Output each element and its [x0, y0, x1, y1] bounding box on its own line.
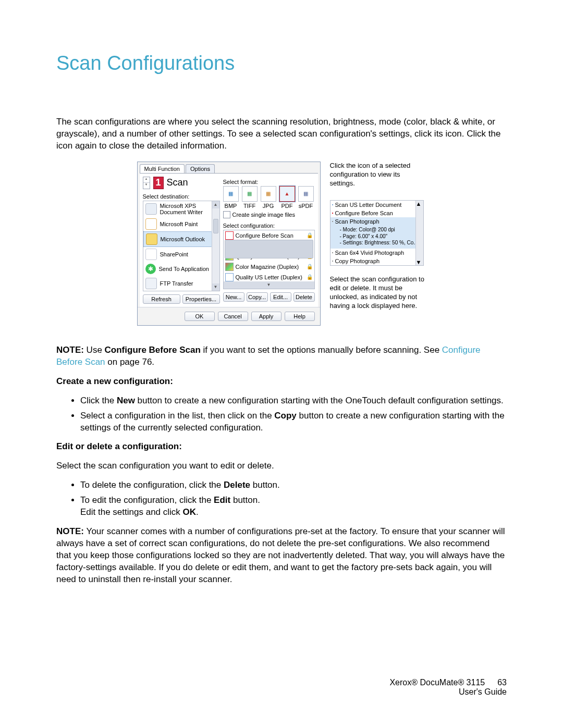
config-detail-screenshot: Scan US Letter Document🔒 Configure Befor… — [330, 200, 424, 266]
mini-item-selected[interactable]: Scan Photograph🔒 — [331, 217, 423, 226]
note-1: NOTE: Use Configure Before Scan if you w… — [56, 344, 507, 368]
mini-item[interactable]: Copy Photograph🔒 — [331, 257, 423, 265]
dest-paint[interactable]: Microsoft Paint — [143, 217, 219, 231]
page-footer: Xerox® DocuMate® 311563 User's Guide — [389, 678, 507, 697]
figure-captions: Click the icon of a selected configurati… — [330, 162, 426, 326]
page-title: Scan Configurations — [56, 52, 507, 75]
destination-list[interactable]: Microsoft XPS Document Writer Microsoft … — [143, 201, 220, 291]
cancel-button[interactable]: Cancel — [218, 312, 248, 321]
copy-button[interactable]: Copy... — [247, 292, 268, 302]
ok-button[interactable]: OK — [185, 312, 215, 321]
dest-ftp[interactable]: FTP Transfer — [143, 276, 219, 291]
format-pdf[interactable]: ▲PDF — [279, 186, 295, 209]
dest-send-app[interactable]: ✱Send To Application — [143, 262, 219, 276]
config-list[interactable]: Configure Before Scan🔒 Color Magazine🔒 Q… — [223, 230, 315, 289]
create-list: Click the New button to create a new con… — [56, 395, 507, 434]
scan-number-badge: 1 — [153, 177, 164, 189]
tab-options[interactable]: Options — [186, 164, 215, 173]
apply-button[interactable]: Apply — [251, 312, 282, 321]
format-jpg[interactable]: ▦JPG — [261, 186, 276, 209]
edit-lead: Select the scan configuration you want t… — [56, 460, 507, 472]
scan-number-spinner[interactable]: ▲▼ — [143, 177, 150, 189]
create-single-label: Create single image files — [232, 212, 295, 218]
format-tiff[interactable]: ▦TIFF — [242, 186, 258, 209]
figure-row: Multi Function Options ▲▼ 1 Scan Select … — [56, 162, 507, 326]
dest-xps[interactable]: Microsoft XPS Document Writer — [143, 201, 219, 217]
note-2: NOTE: Your scanner comes with a number o… — [56, 526, 507, 586]
caption-top: Click the icon of a selected configurati… — [330, 162, 426, 188]
edit-list: To delete the configuration, click the D… — [56, 479, 507, 519]
create-single-checkbox[interactable] — [223, 211, 230, 218]
caption-bottom: Select the scan configuration to edit or… — [330, 275, 426, 311]
format-bmp[interactable]: ▦BMP — [223, 186, 239, 209]
onetouch-dialog: Multi Function Options ▲▼ 1 Scan Select … — [137, 162, 321, 326]
tab-multi-function[interactable]: Multi Function — [140, 164, 185, 173]
delete-button[interactable]: Delete — [293, 292, 315, 302]
refresh-button[interactable]: Refresh — [143, 294, 180, 304]
edit-button[interactable]: Edit... — [270, 292, 291, 302]
mini-item-details: Mode: Color@ 200 dpi Page: 6.00" x 4.00"… — [331, 226, 423, 249]
mini-item[interactable]: Scan 6x4 Vivid Photograph🔒 — [331, 249, 423, 257]
format-spdf[interactable]: ▦sPDF — [298, 186, 314, 209]
format-row: ▦BMP ▦TIFF ▦JPG ▲PDF ▦sPDF — [223, 186, 315, 209]
mini-scrollbar[interactable]: ▲▼ — [415, 201, 423, 265]
destination-scrollbar[interactable]: ▲▼ — [212, 201, 219, 291]
select-config-label: Select configuration: — [223, 223, 315, 229]
select-destination-label: Select destination: — [143, 193, 220, 200]
select-format-label: Select format: — [223, 179, 315, 185]
properties-button[interactable]: Properties... — [182, 294, 220, 304]
heading-create: Create a new configuration: — [56, 376, 507, 388]
mini-item[interactable]: Configure Before Scan🔒 — [331, 209, 423, 217]
help-button[interactable]: Help — [285, 312, 315, 321]
dest-outlook[interactable]: Microsoft Outlook — [143, 231, 219, 247]
scan-heading: Scan — [167, 177, 188, 188]
dest-sharepoint[interactable]: SharePoint — [143, 247, 219, 262]
mini-item[interactable]: Scan US Letter Document🔒 — [331, 201, 423, 209]
new-button[interactable]: New... — [223, 292, 244, 302]
intro-paragraph: The scan configurations are where you se… — [56, 116, 507, 152]
heading-edit: Edit or delete a configuration: — [56, 441, 507, 453]
